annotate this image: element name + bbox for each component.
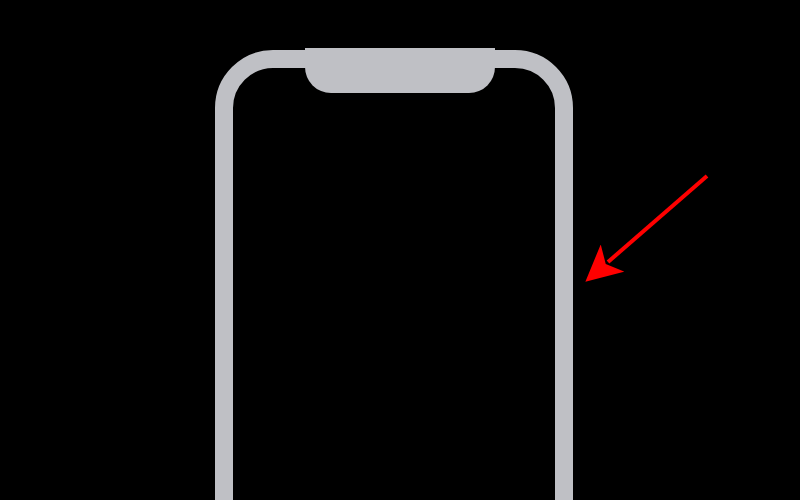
svg-line-0 bbox=[608, 176, 707, 262]
phone-frame-icon bbox=[215, 50, 573, 500]
diagram-stage bbox=[0, 0, 800, 500]
phone-notch-icon bbox=[305, 48, 495, 93]
